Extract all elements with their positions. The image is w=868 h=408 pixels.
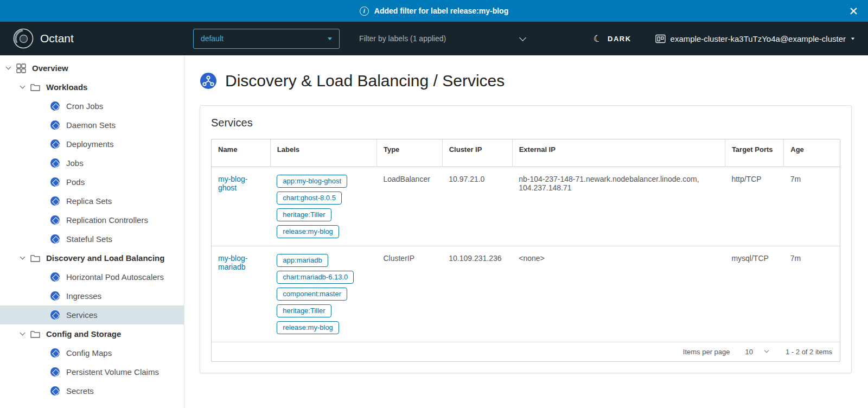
labels-cell: app:my-blog-ghost chart:ghost-8.0.5 heri… xyxy=(270,167,376,246)
sidebar-group-config-and-storage[interactable]: Config and Storage xyxy=(0,324,184,343)
label-badge[interactable]: app:mariadb xyxy=(277,254,328,267)
folder-icon xyxy=(30,254,40,262)
sidebar-item-replication-controllers[interactable]: Replication Controllers xyxy=(0,211,184,229)
config-maps-icon xyxy=(50,348,60,358)
sidebar-item-label: Config and Storage xyxy=(46,329,121,339)
sidebar-item-services[interactable]: Services xyxy=(0,305,184,324)
sidebar-item-stateful-sets[interactable]: Stateful Sets xyxy=(0,229,184,248)
service-link[interactable]: my-blog-ghost xyxy=(218,175,264,192)
sidebar-item-label: Pods xyxy=(66,177,85,187)
sidebar-group-discovery-and-load-balancing[interactable]: Discovery and Load Balancing xyxy=(0,248,184,267)
sidebar-group-workloads[interactable]: Workloads xyxy=(0,78,184,97)
services-icon xyxy=(50,310,60,320)
moon-icon: ☾ xyxy=(592,33,603,44)
sidebar-item-label: Replica Sets xyxy=(66,196,112,206)
info-icon: i xyxy=(360,7,369,16)
chevron-down-icon xyxy=(764,348,769,353)
sidebar-item-label: Cron Jobs xyxy=(66,101,103,111)
sidebar: Overview Workloads Cron Jobs Daemon Sets… xyxy=(0,55,184,408)
services-card: Services Name Labels Type Cluster IP Ext… xyxy=(200,105,852,373)
secrets-icon xyxy=(50,386,60,396)
caret-down-icon xyxy=(328,37,332,40)
label-badge[interactable]: app:my-blog-ghost xyxy=(277,175,347,188)
external-ip-cell: nb-104-237-148-71.newark.nodebalancer.li… xyxy=(512,167,725,246)
main-content: Discovery & Load Balancing / Services Se… xyxy=(184,55,868,408)
namespace-select[interactable]: default xyxy=(193,29,340,49)
column-header-type: Type xyxy=(376,139,442,167)
sidebar-item-persistent-volume-claims[interactable]: Persistent Volume Claims xyxy=(0,362,184,381)
labels-cell: app:mariadb chart:mariadb-6.13.0 compone… xyxy=(270,246,376,342)
label-badge[interactable]: chart:ghost-8.0.5 xyxy=(277,192,342,205)
sidebar-item-horizontal-pod-autoscalers[interactable]: Horizontal Pod Autoscalers xyxy=(0,267,184,286)
horizontal-pod-autoscalers-icon xyxy=(50,272,60,282)
cluster-ip-cell: 10.97.21.0 xyxy=(442,167,512,246)
label-badge[interactable]: component:master xyxy=(277,288,347,301)
sidebar-item-config-maps[interactable]: Config Maps xyxy=(0,343,184,362)
label-filter-text: Filter by labels (1 applied) xyxy=(359,34,446,43)
namespace-value: default xyxy=(201,34,224,43)
cluster-icon xyxy=(655,34,666,43)
notification-banner: i Added filter for label release:my-blog… xyxy=(0,0,868,22)
sidebar-item-label: Ingresses xyxy=(66,291,101,301)
label-badge[interactable]: heritage:Tiller xyxy=(277,208,331,221)
external-ip-cell: <none> xyxy=(512,246,725,342)
folder-icon xyxy=(30,84,40,91)
cron-jobs-icon xyxy=(50,101,60,111)
banner-text: Added filter for label release:my-blog xyxy=(374,7,508,15)
type-cell: LoadBalancer xyxy=(376,167,442,246)
sidebar-item-label: Replication Controllers xyxy=(66,215,148,225)
label-badge[interactable]: release:my-blog xyxy=(277,225,339,238)
daemon-sets-icon xyxy=(50,120,60,130)
sidebar-item-overview[interactable]: Overview xyxy=(0,59,184,78)
name-cell: my-blog-ghost xyxy=(212,167,270,246)
card-title: Services xyxy=(200,106,851,139)
chevron-down-icon[interactable] xyxy=(20,330,25,336)
table-footer: Items per page 10 1 - 2 of 2 items xyxy=(212,342,840,361)
theme-toggle[interactable]: ☾ DARK xyxy=(593,34,631,43)
column-header-labels: Labels xyxy=(270,139,376,167)
type-cell: ClusterIP xyxy=(376,246,442,342)
persistent-volume-claims-icon xyxy=(50,367,60,377)
sidebar-item-pods[interactable]: Pods xyxy=(0,173,184,192)
column-header-age: Age xyxy=(784,139,840,167)
overview-icon xyxy=(16,63,26,73)
label-badge[interactable]: chart:mariadb-6.13.0 xyxy=(277,271,354,284)
sidebar-item-secrets[interactable]: Secrets xyxy=(0,381,184,400)
items-per-page-value: 10 xyxy=(745,348,753,356)
folder-icon xyxy=(30,330,40,338)
sidebar-item-label: Config Maps xyxy=(66,348,112,358)
app-title: Octant xyxy=(40,32,74,45)
sidebar-item-label: Daemon Sets xyxy=(66,120,116,130)
target-ports-cell: mysql/TCP xyxy=(725,246,783,342)
items-per-page-select[interactable]: 10 xyxy=(745,348,768,356)
label-badge[interactable]: heritage:Tiller xyxy=(277,304,331,317)
pagination-range: 1 - 2 of 2 items xyxy=(786,348,832,356)
sidebar-item-deployments[interactable]: Deployments xyxy=(0,135,184,154)
replication-controllers-icon xyxy=(50,215,60,225)
sidebar-item-ingresses[interactable]: Ingresses xyxy=(0,286,184,305)
chevron-down-icon[interactable] xyxy=(20,254,25,260)
page-header: Discovery & Load Balancing / Services xyxy=(200,72,852,90)
label-badge[interactable]: release:my-blog xyxy=(277,321,339,334)
caret-down-icon xyxy=(851,37,854,40)
sidebar-item-replica-sets[interactable]: Replica Sets xyxy=(0,192,184,211)
label-filter-select[interactable]: Filter by labels (1 applied) xyxy=(356,29,531,49)
sidebar-item-daemon-sets[interactable]: Daemon Sets xyxy=(0,116,184,135)
deployments-icon xyxy=(50,139,60,149)
column-header-target-ports: Target Ports xyxy=(725,139,783,167)
chevron-down-icon[interactable] xyxy=(20,84,25,89)
sidebar-item-jobs[interactable]: Jobs xyxy=(0,154,184,173)
octant-logo xyxy=(13,28,34,49)
sidebar-item-cron-jobs[interactable]: Cron Jobs xyxy=(0,97,184,116)
chevron-down-icon[interactable] xyxy=(6,65,11,70)
page-title: Discovery & Load Balancing / Services xyxy=(225,72,505,90)
cluster-selector[interactable]: example-cluster-ka3TuTzYo4a@example-clus… xyxy=(655,34,855,43)
services-table: Name Labels Type Cluster IP External IP … xyxy=(211,139,840,362)
chevron-down-icon xyxy=(519,34,526,41)
load-balancer-icon xyxy=(200,72,217,90)
age-cell: 7m xyxy=(784,167,840,246)
items-per-page-label: Items per page xyxy=(683,348,730,356)
service-link[interactable]: my-blog-mariadb xyxy=(218,254,264,271)
close-icon[interactable]: ✕ xyxy=(848,5,858,17)
sidebar-item-label: Horizontal Pod Autoscalers xyxy=(66,272,164,282)
